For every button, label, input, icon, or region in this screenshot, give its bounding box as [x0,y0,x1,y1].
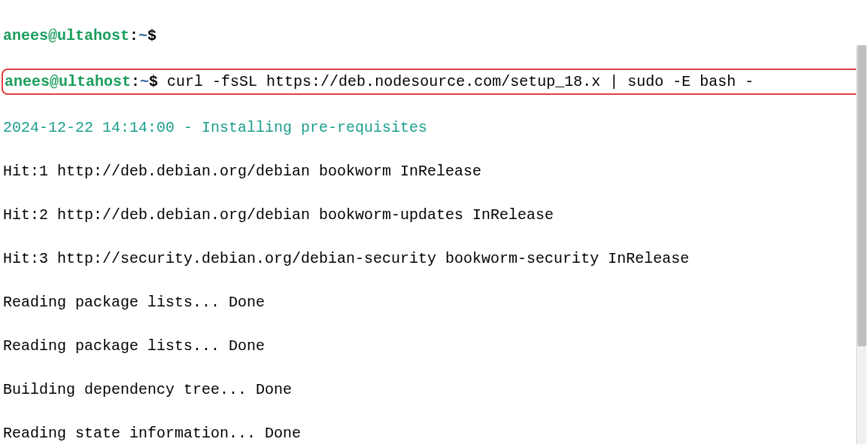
prompt-colon: : [129,27,138,44]
command-text[interactable]: curl -fsSL https://deb.nodesource.com/se… [158,73,754,90]
output-line: Hit:3 http://security.debian.org/debian-… [3,248,865,270]
output-line: Reading package lists... Done [3,335,865,357]
scrollbar[interactable] [856,45,866,444]
terminal-output: anees@ultahost:~$ anees@ultahost:~$ curl… [3,3,865,445]
prompt-dollar: $ [149,73,158,90]
prompt-user: anees@ultahost [5,73,131,90]
prompt-colon: : [131,73,140,90]
prompt-line-1: anees@ultahost:~$ [3,25,865,47]
prompt-dollar: $ [147,27,156,44]
prompt-user: anees@ultahost [3,27,129,44]
output-line: Reading package lists... Done [3,291,865,313]
output-line: Reading state information... Done [3,422,865,444]
output-line: Hit:2 http://deb.debian.org/debian bookw… [3,204,865,226]
status-line: 2024-12-22 14:14:00 - Installing pre-req… [3,117,865,139]
scrollbar-thumb[interactable] [857,45,866,346]
output-line: Hit:1 http://deb.debian.org/debian bookw… [3,160,865,182]
prompt-path: ~ [140,73,149,90]
prompt-path: ~ [138,27,147,44]
highlighted-command: anees@ultahost:~$ curl -fsSL https://deb… [2,69,866,95]
output-line: Building dependency tree... Done [3,379,865,401]
